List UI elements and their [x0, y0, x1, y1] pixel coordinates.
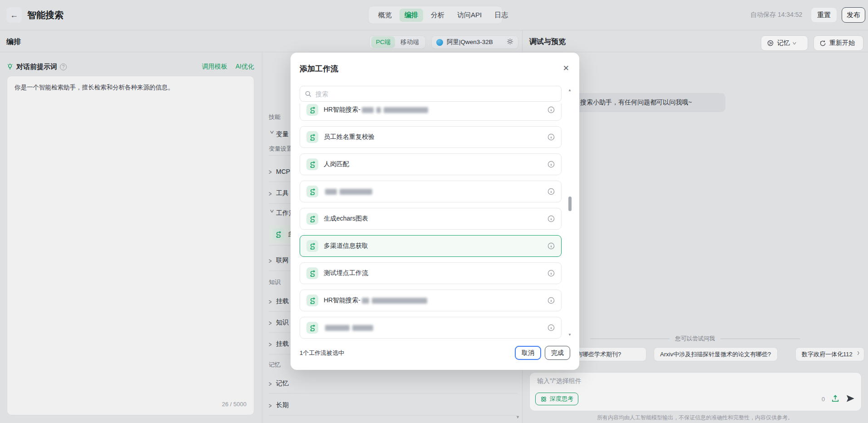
workflow-list-item[interactable]: 人岗匹配	[300, 153, 562, 175]
info-icon[interactable]	[547, 297, 555, 304]
workflow-icon	[306, 240, 318, 252]
redacted-text	[372, 298, 427, 304]
workflow-list-item[interactable]: 测试埋点工作流	[300, 262, 562, 284]
cancel-button[interactable]: 取消	[515, 346, 541, 360]
redacted-text	[362, 298, 369, 304]
workflow-list-item[interactable]: 生成echars图表	[300, 208, 562, 230]
scroll-down-icon[interactable]: ▼	[568, 333, 572, 337]
scroll-up-icon[interactable]: ▲	[568, 88, 572, 92]
info-icon[interactable]	[547, 133, 555, 141]
workflow-list-item[interactable]	[300, 317, 562, 339]
modal-title: 添加工作流	[300, 64, 338, 74]
info-icon[interactable]	[547, 242, 555, 250]
redacted-text	[340, 189, 372, 195]
search-icon	[305, 90, 312, 98]
workflow-icon	[306, 267, 318, 279]
workflow-icon	[306, 322, 318, 334]
workflow-icon	[306, 213, 318, 225]
workflow-list: HR智能搜索- 员工姓名重复校验 人岗匹配 生成echars图表 多渠道信息获取…	[294, 103, 568, 340]
workflow-search-box	[300, 86, 562, 102]
scrollbar-thumb[interactable]	[568, 197, 572, 211]
workflow-search-input[interactable]	[316, 90, 557, 98]
info-icon[interactable]	[547, 106, 555, 113]
redacted-text	[325, 325, 350, 331]
workflow-icon	[306, 186, 318, 197]
workflow-list-item[interactable]: HR智能搜索-	[300, 103, 562, 121]
workflow-list-item[interactable]: 员工姓名重复校验	[300, 126, 562, 148]
redacted-text	[376, 107, 381, 113]
info-icon[interactable]	[547, 161, 555, 168]
info-icon[interactable]	[547, 215, 555, 222]
redacted-text	[384, 107, 428, 113]
close-icon[interactable]: ✕	[563, 64, 569, 73]
workflow-icon	[306, 104, 318, 116]
redacted-text	[352, 325, 373, 331]
done-button[interactable]: 完成	[545, 346, 570, 360]
info-icon[interactable]	[547, 188, 555, 195]
info-icon[interactable]	[547, 324, 555, 331]
workflow-list-item[interactable]	[300, 181, 562, 202]
workflow-icon	[306, 295, 318, 306]
add-workflow-modal: 添加工作流 ✕ HR智能搜索- 员工姓名重复校验 人岗匹配 生成echars图表	[291, 53, 579, 370]
selection-status: 1个工作流被选中	[300, 349, 344, 357]
redacted-text	[362, 107, 374, 113]
workflow-list-item-selected[interactable]: 多渠道信息获取	[300, 235, 562, 257]
workflow-icon	[306, 158, 318, 170]
redacted-text	[325, 189, 337, 195]
workflow-icon	[306, 131, 318, 143]
info-icon[interactable]	[547, 270, 555, 277]
workflow-list-item[interactable]: HR智能搜索-	[300, 290, 562, 311]
app-root: ← 智能搜索 概览 编排 分析 访问API 日志 自动保存 14:34:52 重…	[0, 0, 868, 423]
